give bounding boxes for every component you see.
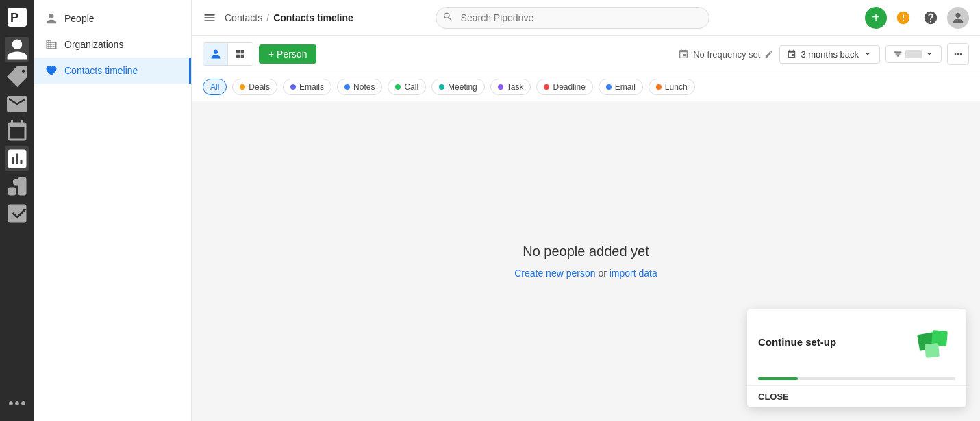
sidebar-item-people-label: People xyxy=(64,13,95,24)
filter-chip-call[interactable]: Call xyxy=(388,79,426,95)
email-dot xyxy=(606,84,612,90)
grid-view-button[interactable] xyxy=(228,43,253,65)
filter-chip-deadline[interactable]: Deadline xyxy=(536,79,592,95)
filter-chip-meeting-label: Meeting xyxy=(448,82,477,92)
more-options-button[interactable] xyxy=(947,43,969,65)
svg-rect-4 xyxy=(925,343,940,358)
nav-inbox[interactable] xyxy=(5,92,29,116)
notifications-icon[interactable] xyxy=(892,7,914,29)
import-data-link[interactable]: import data xyxy=(610,268,657,279)
empty-links: Create new person or import data xyxy=(514,268,657,279)
sidebar-item-people[interactable]: People xyxy=(34,5,191,31)
filter-chip-notes[interactable]: Notes xyxy=(337,79,382,95)
frequency-edit-button[interactable] xyxy=(764,49,774,59)
nav-deals[interactable] xyxy=(5,64,29,89)
search-bar xyxy=(436,7,709,29)
or-text: or xyxy=(596,268,610,279)
filter-chip-notes-label: Notes xyxy=(353,82,375,92)
breadcrumb-parent[interactable]: Contacts xyxy=(225,12,262,23)
sidebar-item-organizations-label: Organizations xyxy=(64,39,123,50)
svg-text:P: P xyxy=(10,11,18,25)
filter-chip-lunch-label: Lunch xyxy=(665,82,688,92)
setup-title: Continue set-up xyxy=(758,336,836,348)
breadcrumb: Contacts / Contacts timeline xyxy=(225,12,353,23)
view-toggle xyxy=(203,42,253,66)
deals-dot xyxy=(240,84,245,90)
user-avatar[interactable] xyxy=(947,7,969,29)
icon-nav: P xyxy=(0,0,34,421)
nav-activities[interactable] xyxy=(5,146,29,171)
nav-contacts[interactable] xyxy=(5,37,29,62)
filter-bar: All Deals Emails Notes Call Meeting xyxy=(192,73,980,101)
call-dot xyxy=(395,84,401,90)
list-view-button[interactable] xyxy=(203,43,228,65)
emails-dot xyxy=(290,84,296,90)
empty-title: No people added yet xyxy=(523,244,649,259)
app-logo[interactable]: P xyxy=(5,5,29,29)
filter-chip-all[interactable]: All xyxy=(203,79,227,95)
nav-more[interactable] xyxy=(5,391,29,416)
filter-chip-emails[interactable]: Emails xyxy=(283,79,331,95)
breadcrumb-current: Contacts timeline xyxy=(273,12,353,23)
sidebar-item-organizations[interactable]: Organizations xyxy=(34,31,191,58)
filter-chip-lunch[interactable]: Lunch xyxy=(649,79,695,95)
add-person-button[interactable]: + Person xyxy=(259,44,316,64)
nav-calendar[interactable] xyxy=(5,119,29,144)
lunch-dot xyxy=(656,84,662,90)
date-range-button[interactable]: 3 months back xyxy=(779,45,880,64)
topbar: Contacts / Contacts timeline + xyxy=(192,0,980,36)
setup-progress-track xyxy=(758,377,955,380)
notes-dot xyxy=(344,84,350,90)
filter-chip-emails-label: Emails xyxy=(299,82,324,92)
sidebar: People Organizations Contacts timeline xyxy=(34,0,192,421)
help-icon[interactable] xyxy=(920,7,942,29)
topbar-actions: + xyxy=(865,7,969,29)
deadline-dot xyxy=(544,84,549,90)
filter-chip-deadline-label: Deadline xyxy=(553,82,585,92)
task-dot xyxy=(498,84,503,90)
filter-chip-deals[interactable]: Deals xyxy=(232,79,277,95)
content-toolbar: + Person No frequency set 3 months bac xyxy=(192,36,980,73)
filter-chip-deals-label: Deals xyxy=(249,82,270,92)
filter-chip-call-label: Call xyxy=(404,82,418,92)
nav-products[interactable] xyxy=(5,201,29,226)
setup-illustration xyxy=(912,320,955,363)
filter-button[interactable] xyxy=(885,45,942,63)
add-person-label: + Person xyxy=(268,49,307,60)
meeting-dot xyxy=(439,84,444,90)
search-icon xyxy=(442,11,453,24)
create-person-link[interactable]: Create new person xyxy=(514,268,595,279)
breadcrumb-separator: / xyxy=(266,12,269,23)
sidebar-item-contacts-timeline-label: Contacts timeline xyxy=(64,65,138,76)
filter-chip-task[interactable]: Task xyxy=(490,79,531,95)
filter-chip-all-label: All xyxy=(210,82,219,92)
filter-chip-meeting[interactable]: Meeting xyxy=(431,79,485,95)
hamburger-button[interactable] xyxy=(203,11,216,25)
setup-progress-fill xyxy=(758,377,798,380)
search-input[interactable] xyxy=(436,7,709,29)
setup-card: Continue set-up CLOSE xyxy=(747,309,966,407)
setup-close-button[interactable]: CLOSE xyxy=(747,385,966,407)
sidebar-item-contacts-timeline[interactable]: Contacts timeline xyxy=(34,58,191,84)
frequency-section: No frequency set xyxy=(678,49,774,60)
filter-chip-task-label: Task xyxy=(507,82,524,92)
date-range-label: 3 months back xyxy=(801,49,859,60)
nav-insights[interactable] xyxy=(5,174,29,199)
setup-card-body: Continue set-up xyxy=(747,309,966,374)
filter-chip-email-label: Email xyxy=(615,82,636,92)
frequency-label: No frequency set xyxy=(693,49,760,60)
filter-chip-email[interactable]: Email xyxy=(599,79,643,95)
add-button[interactable]: + xyxy=(865,7,887,29)
